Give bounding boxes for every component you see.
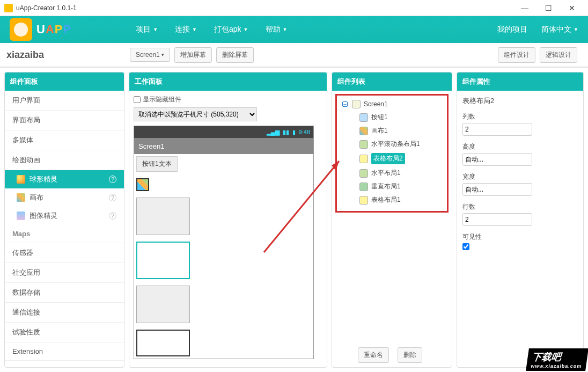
cat-layout[interactable]: 界面布局 <box>5 111 124 130</box>
palette-image-sprite[interactable]: 图像精灵? <box>5 207 124 225</box>
height-input[interactable] <box>462 153 532 166</box>
caret-down-icon: ▼ <box>574 27 578 32</box>
prop-columns: 列数 <box>462 112 578 136</box>
preview-vlayout1[interactable] <box>136 330 190 356</box>
help-icon[interactable]: ? <box>109 212 116 220</box>
tree-canvas1[interactable]: 画布1 <box>338 124 446 137</box>
component-tree: − Screen1 按钮1 画布1 水平滚动条布局1 表格布局2 水平布局1 垂… <box>335 94 449 213</box>
layout-icon <box>359 169 368 178</box>
delete-button[interactable]: 删除 <box>398 347 422 363</box>
prop-visible: 可见性 <box>462 232 578 252</box>
caret-down-icon: ▼ <box>244 27 248 32</box>
caret-down-icon: ▼ <box>192 27 197 32</box>
minimize-button[interactable]: — <box>513 1 536 16</box>
table-icon <box>359 155 368 163</box>
collapse-icon[interactable]: − <box>342 101 348 107</box>
cat-ui[interactable]: 用户界面 <box>5 91 124 111</box>
rename-button[interactable]: 重命名 <box>358 347 389 363</box>
cat-sensors[interactable]: 传感器 <box>5 243 124 263</box>
help-icon[interactable]: ? <box>109 176 116 183</box>
tree-root[interactable]: − Screen1 <box>338 98 446 111</box>
preview-hlayout1[interactable] <box>136 286 190 323</box>
status-time: 9:48 <box>299 129 310 135</box>
viewer-body: 显示隐藏组件 取消选中以预览手机尺寸 (505,320) ▂▄▆ ▮▮ ▮ 9:… <box>129 91 327 363</box>
nav-right: 我的项目 简体中文▼ <box>497 25 578 34</box>
window-titlebar: uApp-Creator 1.0.1-1 — ☐ ✕ <box>0 0 588 16</box>
columns-input[interactable] <box>462 123 532 136</box>
visible-checkbox[interactable] <box>462 243 469 250</box>
table-icon <box>359 196 368 205</box>
cat-experimental[interactable]: 试验性质 <box>5 323 124 342</box>
cat-storage[interactable]: 数据存储 <box>5 283 124 303</box>
cat-connectivity[interactable]: 通信连接 <box>5 303 124 323</box>
nav-project[interactable]: 项目▼ <box>136 25 158 34</box>
phone-titlebar: Screen1 <box>134 138 313 154</box>
properties-body: 表格布局2 列数 高度 宽度 行数 可见性 <box>457 91 583 264</box>
watermark: 下载吧 www.xiazaiba.com <box>526 348 588 371</box>
blocks-tab[interactable]: 逻辑设计 <box>540 47 577 63</box>
delete-screen-button[interactable]: 删除屏幕 <box>216 47 254 63</box>
preview-table2[interactable] <box>136 242 190 279</box>
preview-canvas1[interactable] <box>136 178 149 191</box>
palette-canvas[interactable]: 画布? <box>5 188 124 207</box>
cat-media[interactable]: 多媒体 <box>5 130 124 150</box>
add-screen-button[interactable]: 增加屏幕 <box>174 47 212 63</box>
cat-extension[interactable]: Extension <box>5 342 124 361</box>
properties-header: 组件属性 <box>457 72 583 91</box>
preview-hscroll1[interactable] <box>136 198 190 235</box>
tree-hlayout1[interactable]: 水平布局1 <box>338 166 446 180</box>
wifi-icon: ▂▄▆ <box>267 129 280 136</box>
workspace: 组件面板 用户界面 界面布局 多媒体 绘图动画 球形精灵? 画布? 图像精灵? … <box>0 68 588 372</box>
canvas-icon <box>359 127 368 135</box>
nav-my-projects[interactable]: 我的项目 <box>497 25 527 34</box>
app-icon <box>4 4 13 12</box>
viewer-header: 工作面板 <box>129 72 327 91</box>
prop-rows: 行数 <box>462 202 578 226</box>
palette-ball-sprite[interactable]: 球形精灵? <box>5 170 124 188</box>
tree-table1[interactable]: 表格布局1 <box>338 193 446 207</box>
caret-down-icon: ▾ <box>161 52 164 57</box>
nav-language[interactable]: 简体中文▼ <box>541 25 578 34</box>
logo-text: UAPP <box>36 23 71 37</box>
palette-items: 球形精灵? 画布? 图像精灵? <box>5 170 124 225</box>
palette-panel: 组件面板 用户界面 界面布局 多媒体 绘图动画 球形精灵? 画布? 图像精灵? … <box>4 72 124 368</box>
nav-help[interactable]: 帮助▼ <box>266 25 288 34</box>
palette-header: 组件面板 <box>5 72 124 91</box>
width-input[interactable] <box>462 183 532 196</box>
maximize-button[interactable]: ☐ <box>536 1 560 16</box>
tree-vlayout1[interactable]: 垂直布局1 <box>338 180 446 193</box>
phone-body[interactable]: 按钮1文本 <box>134 154 313 359</box>
battery-icon: ▮ <box>292 129 296 136</box>
nav-connect[interactable]: 连接▼ <box>175 25 197 34</box>
layout-icon <box>359 140 368 149</box>
components-header: 组件列表 <box>332 72 452 91</box>
rows-input[interactable] <box>462 213 532 226</box>
properties-panel: 组件属性 表格布局2 列数 高度 宽度 行数 可见性 <box>457 72 584 368</box>
viewer-panel: 工作面板 显示隐藏组件 取消选中以预览手机尺寸 (505,320) ▂▄▆ ▮▮… <box>129 72 327 368</box>
button-icon <box>359 113 368 122</box>
sprite-icon <box>17 211 25 220</box>
tree-table2[interactable]: 表格布局2 <box>338 151 446 166</box>
cat-maps[interactable]: Maps <box>5 225 124 243</box>
show-hidden-input[interactable] <box>134 96 141 103</box>
show-hidden-checkbox[interactable]: 显示隐藏组件 <box>134 95 322 104</box>
cat-social[interactable]: 社交应用 <box>5 263 124 283</box>
cat-drawing[interactable]: 绘图动画 <box>5 150 124 170</box>
phone-size-select[interactable]: 取消选中以预览手机尺寸 (505,320) <box>134 107 257 121</box>
nav-menu: 项目▼ 连接▼ 打包apk▼ 帮助▼ <box>136 25 287 34</box>
window-title: uApp-Creator 1.0.1-1 <box>16 4 513 12</box>
screen-selector[interactable]: Screen1▾ <box>130 48 170 62</box>
close-button[interactable]: ✕ <box>560 1 584 16</box>
nav-build[interactable]: 打包apk▼ <box>214 25 248 34</box>
tree-button1[interactable]: 按钮1 <box>338 111 446 124</box>
phone-statusbar: ▂▄▆ ▮▮ ▮ 9:48 <box>134 126 313 138</box>
sub-toolbar: xiazaiba Screen1▾ 增加屏幕 删除屏幕 组件设计 逻辑设计 <box>0 43 588 68</box>
designer-tab[interactable]: 组件设计 <box>498 47 535 63</box>
help-icon[interactable]: ? <box>109 194 116 201</box>
phone-preview: ▂▄▆ ▮▮ ▮ 9:48 Screen1 按钮1文本 <box>134 126 314 359</box>
tree-hscroll1[interactable]: 水平滚动条布局1 <box>338 137 446 151</box>
components-panel: 组件列表 − Screen1 按钮1 画布1 水平滚动条布局1 表格布局2 水平… <box>332 72 452 368</box>
project-name: xiazaiba <box>6 49 44 61</box>
caret-down-icon: ▼ <box>283 27 288 32</box>
preview-button1[interactable]: 按钮1文本 <box>136 156 178 172</box>
